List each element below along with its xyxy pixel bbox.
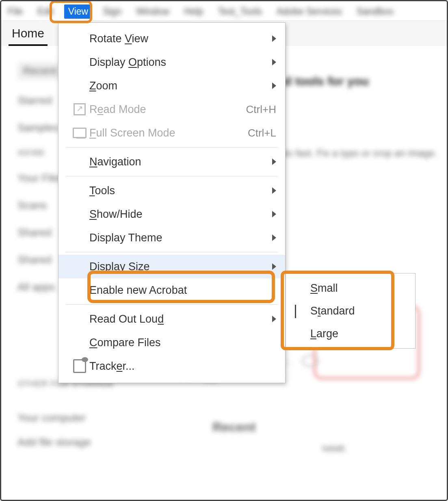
sidebar-all-apps[interactable]: All apps bbox=[17, 281, 64, 293]
submenu-arrow-icon bbox=[272, 234, 276, 241]
menu-display-size[interactable]: Display Size bbox=[58, 255, 285, 278]
cloud-icon bbox=[302, 355, 318, 367]
sidebar-shared-1[interactable]: Shared bbox=[17, 226, 64, 239]
submenu-arrow-icon bbox=[272, 187, 276, 194]
submenu-arrow-icon bbox=[272, 158, 276, 165]
menubar: File Edit View Sign Window Help Test_Too… bbox=[1, 1, 447, 21]
menu-sandbox[interactable]: Sandbox bbox=[353, 4, 398, 19]
menu-tools[interactable]: ToolsTools bbox=[58, 179, 285, 202]
menu-read-mode: Read ModeRead Mode Ctrl+H bbox=[58, 98, 285, 121]
menu-enable-new-acrobat[interactable]: Enable new Acrobat bbox=[58, 278, 285, 302]
menu-show-hide[interactable]: Show/HideShow/Hide bbox=[58, 202, 285, 226]
menu-adobe-services[interactable]: Adobe Services bbox=[273, 4, 346, 19]
menu-tracker[interactable]: Tracker...Tracker... bbox=[58, 354, 285, 378]
menu-read-out-loud[interactable]: Read Out LoudRead Out Loud bbox=[58, 307, 285, 331]
storage-add[interactable]: Add file storage bbox=[17, 436, 91, 449]
submenu-arrow-icon bbox=[272, 263, 276, 270]
menu-display-options[interactable]: Display OptionsDisplay Options bbox=[58, 50, 285, 74]
menu-full-screen: Full Screen ModeFull Screen Mode Ctrl+L bbox=[58, 121, 285, 145]
display-size-submenu: SmallSmall StandardStandard LargeLarge bbox=[286, 273, 416, 349]
submenu-arrow-icon bbox=[272, 82, 276, 89]
shortcut-label: Ctrl+H bbox=[246, 103, 276, 116]
sidebar-recent[interactable]: Recent bbox=[17, 62, 64, 80]
sidebar-samples[interactable]: Samples bbox=[17, 121, 64, 134]
menu-edit[interactable]: Edit bbox=[33, 4, 58, 19]
tab-home[interactable]: Home bbox=[9, 22, 48, 46]
submenu-arrow-icon bbox=[272, 316, 276, 322]
menu-sign[interactable]: Sign bbox=[99, 4, 126, 19]
menu-file[interactable]: File bbox=[4, 4, 27, 19]
check-icon bbox=[295, 305, 296, 318]
menu-zoom[interactable]: ZoomZoom bbox=[58, 74, 285, 98]
sidebar-scans[interactable]: Scans bbox=[17, 199, 64, 212]
name-column: NAME bbox=[322, 444, 346, 453]
read-mode-icon bbox=[74, 103, 86, 115]
menu-test-tools[interactable]: Test_Tools bbox=[214, 4, 266, 19]
menu-rotate-view[interactable]: Rotate ViewRotate View bbox=[58, 27, 285, 50]
sidebar-section-adobe: ADOBE bbox=[17, 149, 64, 157]
menu-compare-files[interactable]: Compare FilesCompare Files bbox=[58, 331, 285, 354]
sidebar-shared-2[interactable]: Shared bbox=[17, 254, 64, 266]
menu-window[interactable]: Window bbox=[132, 4, 173, 19]
menu-display-theme[interactable]: Display Theme bbox=[58, 226, 285, 249]
submenu-standard[interactable]: StandardStandard bbox=[286, 299, 415, 322]
menu-help[interactable]: Help bbox=[180, 4, 207, 19]
submenu-arrow-icon bbox=[272, 211, 276, 217]
sidebar-starred[interactable]: Starred bbox=[17, 94, 64, 107]
submenu-arrow-icon bbox=[272, 35, 276, 42]
shortcut-label: Ctrl+L bbox=[248, 127, 276, 139]
submenu-arrow-icon bbox=[272, 59, 276, 65]
full-screen-icon bbox=[73, 128, 87, 138]
tracker-icon bbox=[73, 359, 86, 373]
submenu-small[interactable]: SmallSmall bbox=[286, 277, 415, 299]
storage-your-computer[interactable]: Your computer bbox=[17, 412, 86, 424]
menu-view[interactable]: View bbox=[64, 4, 92, 19]
view-dropdown: Rotate ViewRotate View Display OptionsDi… bbox=[58, 22, 286, 383]
recent-header: Recent bbox=[212, 420, 256, 435]
menu-navigation[interactable]: NavigationNavigation bbox=[58, 150, 285, 174]
sidebar-your-files[interactable]: Your Files bbox=[17, 172, 64, 184]
submenu-large[interactable]: LargeLarge bbox=[286, 322, 415, 345]
